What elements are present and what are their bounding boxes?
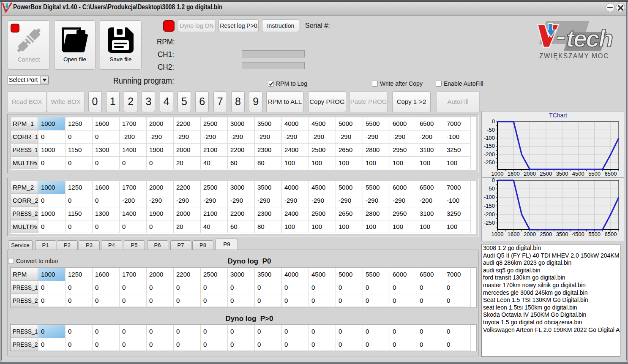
svg-text:5500: 5500 (588, 171, 601, 177)
svg-text:3500: 3500 (556, 171, 568, 177)
svg-text:TChart: TChart (549, 112, 567, 119)
svg-text:-200: -200 (484, 211, 495, 217)
svg-text:2500: 2500 (540, 231, 552, 237)
svg-text:-250: -250 (484, 220, 495, 226)
svg-text:-200: -200 (484, 151, 495, 158)
svg-text:-250: -250 (484, 159, 495, 166)
svg-text:5500: 5500 (588, 231, 601, 237)
svg-text:1600: 1600 (508, 171, 520, 177)
svg-text:-150: -150 (484, 203, 495, 209)
svg-text:0: 0 (492, 118, 495, 125)
svg-text:3500: 3500 (556, 231, 568, 237)
svg-text:6500: 6500 (604, 171, 617, 177)
svg-text:2500: 2500 (540, 171, 552, 177)
svg-text:-50: -50 (487, 127, 495, 133)
svg-text:-150: -150 (484, 143, 495, 149)
svg-text:1600: 1600 (508, 231, 520, 237)
svg-text:0: 0 (492, 178, 495, 183)
svg-text:6500: 6500 (604, 231, 617, 237)
svg-text:1000: 1000 (491, 171, 504, 177)
svg-text:1000: 1000 (491, 231, 504, 237)
svg-text:-100: -100 (484, 135, 495, 141)
svg-text:4500: 4500 (572, 231, 584, 237)
svg-text:tech: tech (566, 25, 612, 52)
svg-text:2000: 2000 (524, 171, 536, 177)
svg-text:-50: -50 (487, 185, 495, 192)
svg-text:4500: 4500 (572, 171, 584, 177)
svg-text:2000: 2000 (524, 231, 536, 237)
svg-text:ZWIĘKSZAMY MOC: ZWIĘKSZAMY MOC (539, 52, 609, 60)
svg-text:-100: -100 (484, 194, 495, 200)
